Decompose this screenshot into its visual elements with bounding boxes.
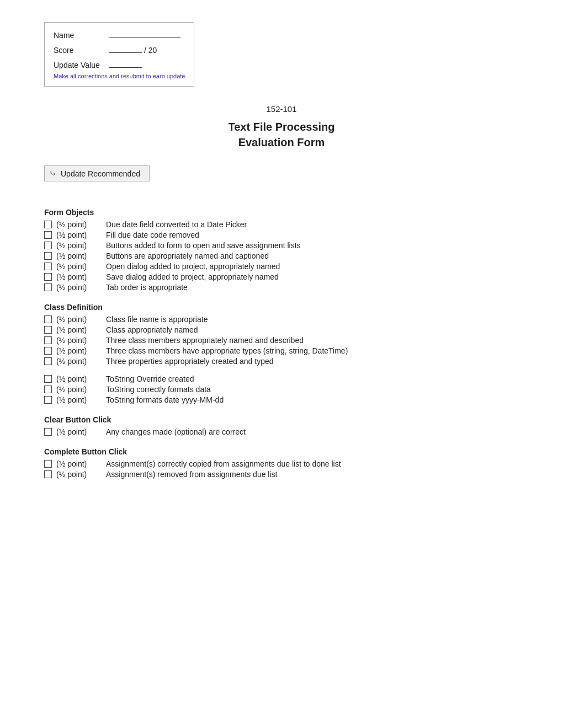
item-text: ToString correctly formats data bbox=[106, 385, 519, 394]
list-item: (½ point)Three properties appropriately … bbox=[44, 357, 519, 366]
score-slash: / 20 bbox=[144, 46, 157, 55]
checkbox[interactable] bbox=[44, 470, 52, 478]
point-value: (½ point) bbox=[56, 346, 106, 355]
item-text: Buttons are appropriately named and capt… bbox=[106, 251, 519, 260]
item-text: Assignment(s) correctly copied from assi… bbox=[106, 459, 519, 468]
checkbox[interactable] bbox=[44, 242, 52, 249]
item-text: Open dialog added to project, appropriat… bbox=[106, 262, 519, 271]
section-form-objects: Form Objects(½ point)Due date field conv… bbox=[44, 208, 519, 292]
list-item: (½ point)Tab order is appropriate bbox=[44, 283, 519, 292]
item-text: Assignment(s) removed from assignments d… bbox=[106, 470, 519, 479]
list-item: (½ point)Save dialog added to project, a… bbox=[44, 272, 519, 281]
item-text: Three class members have appropriate typ… bbox=[106, 346, 519, 355]
section-class-definition: Class Definition(½ point)Class file name… bbox=[44, 303, 519, 404]
point-value: (½ point) bbox=[56, 427, 106, 436]
list-item: (½ point)Assignment(s) removed from assi… bbox=[44, 470, 519, 479]
item-text: Any changes made (optional) are correct bbox=[106, 427, 519, 436]
item-text: Tab order is appropriate bbox=[106, 283, 519, 292]
point-value: (½ point) bbox=[56, 262, 106, 271]
section-title-complete-button: Complete Button Click bbox=[44, 447, 519, 456]
point-value: (½ point) bbox=[56, 241, 106, 250]
checkbox[interactable] bbox=[44, 375, 52, 383]
checkbox[interactable] bbox=[44, 315, 52, 323]
checkbox[interactable] bbox=[44, 252, 52, 260]
checkbox[interactable] bbox=[44, 428, 52, 436]
list-item: (½ point)Class file name is appropriate bbox=[44, 315, 519, 324]
point-value: (½ point) bbox=[56, 325, 106, 334]
item-text: Three properties appropriately created a… bbox=[106, 357, 519, 366]
point-value: (½ point) bbox=[56, 220, 106, 229]
list-item: (½ point)Open dialog added to project, a… bbox=[44, 262, 519, 271]
list-item: (½ point)Three class members have approp… bbox=[44, 346, 519, 355]
point-value: (½ point) bbox=[56, 336, 106, 345]
point-value: (½ point) bbox=[56, 231, 106, 239]
update-icon: ⤷ bbox=[49, 168, 56, 179]
item-text: Save dialog added to project, appropriat… bbox=[106, 272, 519, 281]
section-clear-button: Clear Button Click(½ point)Any changes m… bbox=[44, 415, 519, 436]
item-text: ToString Override created bbox=[106, 374, 519, 383]
update-note: Make all corrections and resubmit to ear… bbox=[54, 73, 185, 79]
point-value: (½ point) bbox=[56, 395, 106, 404]
checkbox[interactable] bbox=[44, 396, 52, 404]
main-title: Text File Processing Evaluation Form bbox=[44, 119, 519, 150]
checkbox[interactable] bbox=[44, 283, 52, 291]
checkbox[interactable] bbox=[44, 263, 52, 270]
checkbox[interactable] bbox=[44, 326, 52, 334]
update-value-row: Update Value bbox=[54, 58, 185, 69]
list-item: (½ point)Buttons added to form to open a… bbox=[44, 241, 519, 250]
point-value: (½ point) bbox=[56, 283, 106, 292]
checkbox[interactable] bbox=[44, 386, 52, 393]
item-text: Three class members appropriately named … bbox=[106, 336, 519, 345]
list-item: (½ point)Any changes made (optional) are… bbox=[44, 427, 519, 436]
point-value: (½ point) bbox=[56, 470, 106, 479]
checklist-extra-class-definition: (½ point)ToString Override created(½ poi… bbox=[44, 374, 519, 404]
name-field bbox=[109, 28, 180, 38]
checkbox[interactable] bbox=[44, 231, 52, 239]
checklist-form-objects: (½ point)Due date field converted to a D… bbox=[44, 220, 519, 292]
section-title-clear-button: Clear Button Click bbox=[44, 415, 519, 424]
score-label: Score bbox=[54, 46, 109, 55]
checklist-complete-button: (½ point)Assignment(s) correctly copied … bbox=[44, 459, 519, 479]
course-id: 152-101 bbox=[44, 104, 519, 114]
checkbox[interactable] bbox=[44, 336, 52, 344]
update-recommended-button[interactable]: ⤷ Update Recommended bbox=[44, 165, 150, 181]
score-row: Score / 20 bbox=[54, 43, 185, 55]
checkbox[interactable] bbox=[44, 221, 52, 228]
update-value-field bbox=[109, 58, 142, 68]
point-value: (½ point) bbox=[56, 459, 106, 468]
info-box: Name Score / 20 Update Value Make all co… bbox=[44, 22, 194, 87]
point-value: (½ point) bbox=[56, 272, 106, 281]
item-text: ToString formats date yyyy-MM-dd bbox=[106, 395, 519, 404]
list-item: (½ point)Assignment(s) correctly copied … bbox=[44, 459, 519, 468]
update-value-label: Update Value bbox=[54, 61, 109, 69]
item-text: Fill due date code removed bbox=[106, 231, 519, 239]
item-text: Class appropriately named bbox=[106, 325, 519, 334]
list-item: (½ point)Buttons are appropriately named… bbox=[44, 251, 519, 260]
checklist-class-definition: (½ point)Class file name is appropriate(… bbox=[44, 315, 519, 366]
list-item: (½ point)ToString formats date yyyy-MM-d… bbox=[44, 395, 519, 404]
name-row: Name bbox=[54, 28, 185, 40]
list-item: (½ point)Three class members appropriate… bbox=[44, 336, 519, 345]
update-btn-label: Update Recommended bbox=[61, 169, 140, 178]
sections-container: Form Objects(½ point)Due date field conv… bbox=[44, 208, 519, 479]
checkbox[interactable] bbox=[44, 273, 52, 281]
item-text: Class file name is appropriate bbox=[106, 315, 519, 324]
score-field bbox=[109, 43, 142, 53]
checkbox[interactable] bbox=[44, 347, 52, 355]
section-title-class-definition: Class Definition bbox=[44, 303, 519, 312]
item-text: Due date field converted to a Date Picke… bbox=[106, 220, 519, 229]
list-item: (½ point)Class appropriately named bbox=[44, 325, 519, 334]
checkbox[interactable] bbox=[44, 460, 52, 468]
list-item: (½ point)Due date field converted to a D… bbox=[44, 220, 519, 229]
list-item: (½ point)ToString Override created bbox=[44, 374, 519, 383]
point-value: (½ point) bbox=[56, 315, 106, 324]
section-complete-button: Complete Button Click(½ point)Assignment… bbox=[44, 447, 519, 479]
point-value: (½ point) bbox=[56, 251, 106, 260]
point-value: (½ point) bbox=[56, 374, 106, 383]
name-label: Name bbox=[54, 31, 109, 40]
list-item: (½ point)ToString correctly formats data bbox=[44, 385, 519, 394]
checkbox[interactable] bbox=[44, 357, 52, 365]
point-value: (½ point) bbox=[56, 357, 106, 366]
section-title-form-objects: Form Objects bbox=[44, 208, 519, 217]
checklist-clear-button: (½ point)Any changes made (optional) are… bbox=[44, 427, 519, 436]
